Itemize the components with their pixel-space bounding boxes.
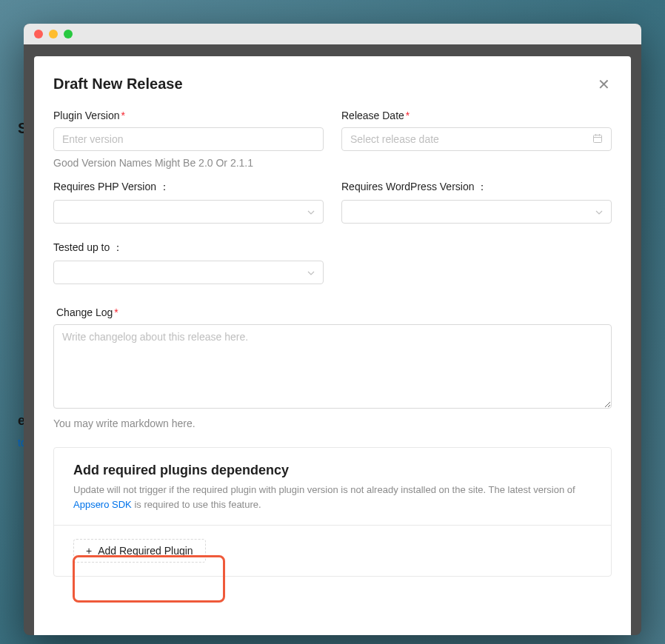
modal-title: Draft New Release	[53, 76, 183, 93]
required-asterisk: *	[121, 110, 125, 121]
plugin-version-input[interactable]	[53, 127, 324, 151]
release-date-field: Release Date* Select release date	[341, 110, 612, 169]
empty-col	[341, 241, 612, 284]
window-close-dot[interactable]	[34, 30, 43, 38]
chevron-down-icon	[307, 207, 315, 216]
label-text: Release Date	[341, 110, 404, 121]
form-body: Plugin Version* Good Version Names Might…	[34, 110, 631, 577]
form-row: Requires PHP Version Requires WordPress …	[53, 181, 612, 224]
wp-version-field: Requires WordPress Version	[341, 181, 612, 224]
wp-version-select[interactable]	[341, 200, 612, 224]
window-maximize-dot[interactable]	[64, 30, 73, 38]
calendar-icon	[592, 133, 603, 146]
release-modal: Draft New Release ✕ Plugin Version* Good…	[34, 56, 631, 635]
release-date-label: Release Date*	[341, 110, 612, 121]
label-text: Requires WordPress Version	[341, 181, 474, 192]
version-hint: Good Version Names Might Be 2.0 Or 2.1.1	[53, 157, 324, 169]
label-text: Tested up to	[53, 241, 110, 253]
window-minimize-dot[interactable]	[49, 30, 58, 38]
modal-header: Draft New Release ✕	[34, 76, 631, 110]
dependency-description: Update will not trigger if the required …	[73, 483, 592, 511]
dependency-section: Add required plugins dependency Update w…	[53, 447, 612, 577]
button-label: Add Required Plugin	[98, 545, 193, 557]
dependency-body: + Add Required Plugin	[54, 526, 611, 576]
changelog-hint: You may write markdown here.	[53, 417, 612, 429]
chevron-down-icon	[595, 207, 603, 216]
release-date-input[interactable]: Select release date	[341, 127, 612, 151]
svg-rect-0	[594, 135, 602, 142]
label-text: Change Log	[56, 306, 113, 318]
php-version-label: Requires PHP Version	[53, 181, 324, 194]
plugin-version-label: Plugin Version*	[53, 110, 324, 121]
required-asterisk: *	[114, 306, 118, 318]
close-icon[interactable]: ✕	[596, 76, 612, 93]
plugin-version-field: Plugin Version* Good Version Names Might…	[53, 110, 324, 169]
appsero-sdk-link[interactable]: Appsero SDK	[73, 499, 132, 510]
app-window: Draft New Release ✕ Plugin Version* Good…	[24, 24, 641, 635]
plus-icon: +	[86, 546, 92, 556]
changelog-label: Change Log*	[56, 306, 612, 318]
changelog-textarea[interactable]	[53, 324, 612, 409]
tested-upto-select[interactable]	[53, 261, 324, 284]
date-placeholder: Select release date	[350, 133, 439, 145]
php-version-field: Requires PHP Version	[53, 181, 324, 224]
changelog-field: Change Log* You may write markdown here.	[53, 306, 612, 429]
php-version-select[interactable]	[53, 200, 324, 224]
dependency-title: Add required plugins dependency	[73, 463, 592, 478]
wp-version-label: Requires WordPress Version	[341, 181, 612, 194]
tested-upto-field: Tested up to	[53, 241, 324, 284]
chevron-down-icon	[307, 268, 315, 277]
desc-text: Update will not trigger if the required …	[73, 484, 575, 495]
form-row: Plugin Version* Good Version Names Might…	[53, 110, 612, 169]
label-text: Plugin Version	[53, 110, 120, 121]
label-text: Requires PHP Version	[53, 181, 156, 192]
required-asterisk: *	[406, 110, 410, 121]
form-row: Tested up to	[53, 241, 612, 284]
dependency-header: Add required plugins dependency Update w…	[54, 448, 611, 526]
window-titlebar	[24, 24, 641, 44]
add-required-plugin-button[interactable]: + Add Required Plugin	[73, 539, 206, 563]
desc-text: is required to use this feature.	[132, 499, 261, 510]
tested-upto-label: Tested up to	[53, 241, 324, 255]
